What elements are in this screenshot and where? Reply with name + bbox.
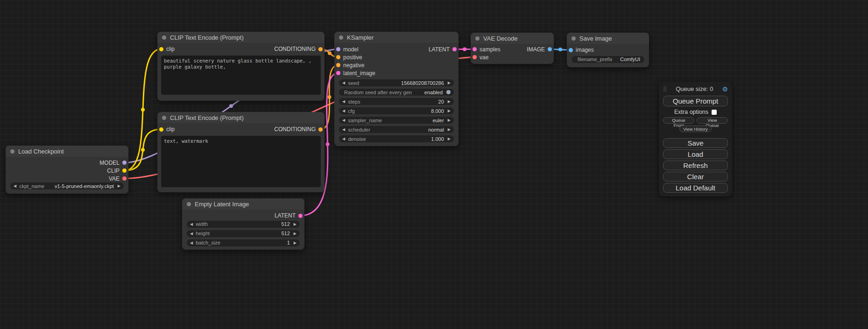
node-clip-text-encode-negative[interactable]: CLIP Text Encode (Prompt) clip CONDITION… bbox=[157, 112, 325, 192]
node-save-image[interactable]: Save Image images filename_prefix ComfyU… bbox=[567, 33, 649, 67]
load-button[interactable]: Load bbox=[663, 149, 728, 159]
input-label-images: images bbox=[576, 47, 594, 53]
collapse-dot-icon[interactable] bbox=[162, 35, 166, 40]
decrement-arrow-icon[interactable]: ◀ bbox=[342, 137, 345, 141]
prompt-text-input[interactable]: text, watermark bbox=[161, 136, 321, 187]
increment-arrow-icon[interactable]: ▶ bbox=[294, 241, 296, 245]
port-row: clip bbox=[157, 45, 179, 53]
scheduler-widget[interactable]: ◀ scheduler normal ▶ bbox=[339, 126, 454, 133]
output-port-latent[interactable] bbox=[452, 47, 457, 51]
node-title-bar[interactable]: KSampler bbox=[334, 32, 459, 43]
steps-widget[interactable]: ◀ steps 20 ▶ bbox=[339, 98, 454, 105]
collapse-dot-icon[interactable] bbox=[187, 202, 191, 206]
decrement-arrow-icon[interactable]: ◀ bbox=[342, 81, 345, 85]
ckpt-name-widget[interactable]: ◀ ckpt_name v1-5-pruned-emaonly.ckpt ▶ bbox=[10, 182, 124, 189]
output-port-conditioning[interactable] bbox=[318, 127, 323, 132]
increment-arrow-icon[interactable]: ▶ bbox=[294, 231, 296, 236]
port-row: positive bbox=[334, 53, 380, 61]
decrement-arrow-icon[interactable]: ◀ bbox=[342, 99, 345, 104]
seed-widget[interactable]: ◀ seed 156680208700286 ▶ bbox=[339, 79, 454, 86]
view-queue-button[interactable]: View Queue bbox=[697, 117, 728, 124]
input-port-latent-image[interactable] bbox=[336, 71, 340, 75]
output-port-image[interactable] bbox=[548, 47, 552, 51]
node-title-bar[interactable]: Save Image bbox=[567, 33, 649, 44]
decrement-arrow-icon[interactable]: ◀ bbox=[14, 184, 16, 188]
increment-arrow-icon[interactable]: ▶ bbox=[448, 137, 451, 141]
collapse-dot-icon[interactable] bbox=[572, 36, 576, 41]
input-port-images[interactable] bbox=[569, 48, 573, 52]
width-widget[interactable]: ◀ width 512 ▶ bbox=[187, 221, 300, 228]
input-port-negative[interactable] bbox=[336, 63, 340, 67]
output-port-model[interactable] bbox=[122, 161, 127, 165]
increment-arrow-icon[interactable]: ▶ bbox=[448, 127, 451, 132]
input-label-negative: negative bbox=[343, 62, 364, 69]
node-title-bar[interactable]: Load Checkpoint bbox=[6, 146, 128, 157]
increment-arrow-icon[interactable]: ▶ bbox=[448, 81, 451, 85]
input-port-vae[interactable] bbox=[473, 55, 477, 59]
input-port-model[interactable] bbox=[336, 47, 340, 51]
increment-arrow-icon[interactable]: ▶ bbox=[118, 184, 120, 188]
node-title-bar[interactable]: VAE Decode bbox=[471, 33, 554, 44]
toggle-dot-icon[interactable] bbox=[446, 90, 451, 94]
collapse-dot-icon[interactable] bbox=[339, 35, 343, 40]
output-label-model: MODEL bbox=[99, 160, 120, 166]
widget-value: normal bbox=[428, 127, 444, 133]
node-empty-latent-image[interactable]: Empty Latent Image LATENT ◀ width 512 ▶ … bbox=[182, 198, 304, 250]
node-load-checkpoint[interactable]: Load Checkpoint MODEL CLIP VAE ◀ ckpt_na… bbox=[6, 146, 128, 194]
output-port-conditioning[interactable] bbox=[318, 47, 323, 51]
widget-value: enabled bbox=[424, 90, 443, 95]
decrement-arrow-icon[interactable]: ◀ bbox=[342, 127, 345, 132]
random-seed-toggle-widget[interactable]: Random seed after every gen enabled bbox=[339, 89, 454, 96]
node-ksampler[interactable]: KSampler model positive negative lat bbox=[334, 32, 459, 146]
increment-arrow-icon[interactable]: ▶ bbox=[448, 99, 451, 104]
widget-label: seed bbox=[348, 80, 397, 86]
decrement-arrow-icon[interactable]: ◀ bbox=[190, 231, 193, 236]
input-port-clip[interactable] bbox=[159, 47, 163, 51]
collapse-dot-icon[interactable] bbox=[475, 36, 480, 41]
increment-arrow-icon[interactable]: ▶ bbox=[294, 222, 296, 226]
settings-gear-icon[interactable]: ⚙ bbox=[722, 86, 728, 92]
filename-prefix-widget[interactable]: filename_prefix ComfyUI bbox=[572, 56, 644, 63]
output-port-vae[interactable] bbox=[122, 176, 127, 181]
save-button[interactable]: Save bbox=[663, 138, 728, 148]
clear-button[interactable]: Clear bbox=[663, 172, 728, 182]
prompt-text-input[interactable]: beautiful scenery nature glass bottle la… bbox=[161, 56, 321, 95]
drag-handle-icon[interactable]: ⣿ bbox=[663, 86, 667, 92]
decrement-arrow-icon[interactable]: ◀ bbox=[190, 241, 193, 245]
node-title-bar[interactable]: Empty Latent Image bbox=[182, 198, 304, 210]
node-graph-canvas[interactable]: Load Checkpoint MODEL CLIP VAE ◀ ckpt_na… bbox=[0, 0, 868, 329]
view-history-button[interactable]: View History bbox=[679, 126, 712, 132]
port-row: negative bbox=[334, 61, 380, 69]
queue-prompt-button[interactable]: Queue Prompt bbox=[663, 96, 728, 106]
port-row: CONDITIONING bbox=[269, 45, 325, 53]
decrement-arrow-icon[interactable]: ◀ bbox=[342, 118, 345, 122]
decrement-arrow-icon[interactable]: ◀ bbox=[190, 222, 193, 226]
batch-size-widget[interactable]: ◀ batch_size 1 ▶ bbox=[187, 239, 300, 246]
cfg-widget[interactable]: ◀ cfg 8.000 ▶ bbox=[339, 107, 454, 114]
input-port-clip[interactable] bbox=[159, 127, 163, 132]
output-label-latent: LATENT bbox=[275, 212, 296, 219]
denoise-widget[interactable]: ◀ denoise 1.000 ▶ bbox=[339, 135, 454, 142]
load-default-button[interactable]: Load Default bbox=[663, 183, 728, 193]
input-port-samples[interactable] bbox=[473, 47, 477, 51]
collapse-dot-icon[interactable] bbox=[162, 116, 166, 120]
input-port-positive[interactable] bbox=[336, 55, 340, 59]
decrement-arrow-icon[interactable]: ◀ bbox=[342, 109, 345, 113]
increment-arrow-icon[interactable]: ▶ bbox=[448, 118, 451, 122]
height-widget[interactable]: ◀ height 512 ▶ bbox=[187, 230, 300, 237]
node-clip-text-encode-positive[interactable]: CLIP Text Encode (Prompt) clip CONDITION… bbox=[157, 32, 325, 101]
increment-arrow-icon[interactable]: ▶ bbox=[448, 109, 451, 113]
queue-front-button[interactable]: Queue Front bbox=[663, 117, 694, 124]
node-title-bar[interactable]: CLIP Text Encode (Prompt) bbox=[157, 112, 325, 123]
widget-label: cfg bbox=[348, 108, 427, 114]
extra-options-checkbox[interactable] bbox=[712, 110, 717, 115]
sampler-name-widget[interactable]: ◀ sampler_name euler ▶ bbox=[339, 117, 454, 124]
wire-model-midpoint bbox=[229, 104, 233, 108]
refresh-button[interactable]: Refresh bbox=[663, 161, 728, 170]
output-port-latent[interactable] bbox=[298, 214, 303, 218]
collapse-dot-icon[interactable] bbox=[10, 149, 14, 154]
history-row: View History bbox=[663, 126, 728, 132]
node-vae-decode[interactable]: VAE Decode samples vae IMAGE bbox=[471, 33, 554, 64]
node-title-bar[interactable]: CLIP Text Encode (Prompt) bbox=[157, 32, 325, 43]
output-port-clip[interactable] bbox=[122, 168, 127, 173]
